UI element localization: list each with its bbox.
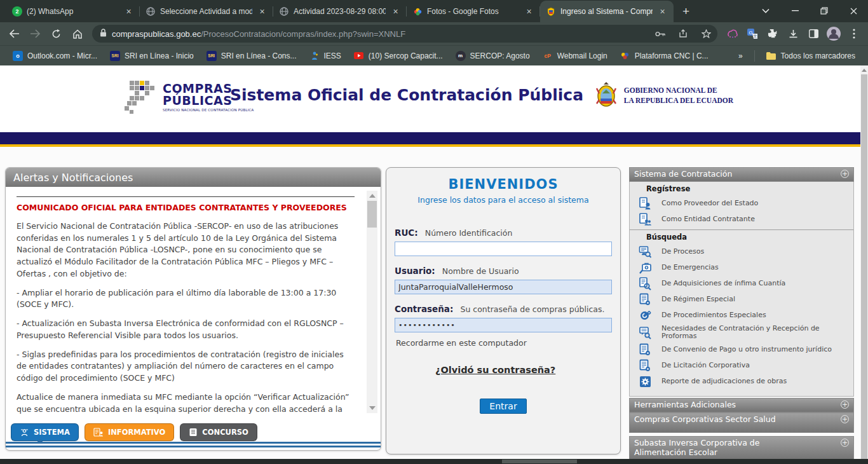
tab-informativo-button[interactable]: INFORMATIVO — [85, 423, 174, 441]
scrollbar-thumb[interactable] — [861, 74, 867, 459]
doc-search-icon — [639, 277, 652, 290]
ruc-input[interactable] — [395, 242, 612, 256]
forward-button[interactable] — [25, 24, 45, 44]
browser-menu-icon[interactable] — [844, 24, 864, 43]
login-submit-button[interactable]: Entrar — [480, 399, 526, 414]
bookmarks-overflow-button[interactable]: » — [733, 50, 748, 62]
alerts-paragraph: - Siglas predefinidas para los procedimi… — [17, 349, 355, 385]
sidebar-item-emergencias[interactable]: De Emergencias — [630, 260, 853, 276]
bookmark-webmail[interactable]: cP Webmail Login — [538, 49, 613, 63]
scrollbar-thumb[interactable] — [502, 460, 577, 463]
alerts-tab-buttons: SISTEMA INFORMATIVO CONCURSO — [11, 423, 257, 441]
alerts-scrollbar[interactable] — [367, 191, 377, 413]
pixel-arrow-logo-icon — [125, 79, 158, 115]
tab-google-fotos[interactable]: Fotos - Google Fotos × — [407, 1, 540, 22]
tab-seleccione-actividad[interactable]: Seleccione Actividad a modi × — [140, 1, 273, 22]
bookmark-sercop-agosto[interactable]: m SERCOP: Agosto — [451, 49, 535, 63]
profile-avatar[interactable] — [824, 24, 843, 43]
bookmarks-divider — [754, 50, 755, 62]
tab-search-chevron-icon[interactable] — [751, 0, 780, 22]
sidebar-item-proveedor[interactable]: Como Proveedor del Estado — [630, 196, 853, 212]
bookmark-plataforma-cnc[interactable]: Plataforma CNC | C... — [615, 49, 714, 63]
sidebar-item-label: De Régimen Especial — [661, 296, 735, 304]
window-controls — [751, 0, 868, 22]
scroll-down-icon[interactable] — [369, 406, 376, 410]
bookmark-iess[interactable]: IESS — [304, 49, 346, 63]
sidebar-item-regimen-especial[interactable]: De Régimen Especial — [630, 292, 853, 308]
extensions-puzzle-icon[interactable] — [763, 24, 782, 43]
reload-button[interactable] — [46, 24, 66, 44]
bookmark-outlook[interactable]: o Outlook.com - Micr... — [8, 49, 102, 63]
address-bar[interactable]: compraspublicas.gob.ec/ProcesoContrataci… — [92, 25, 717, 43]
tab-close-icon[interactable]: × — [257, 6, 268, 17]
padlock-icon[interactable] — [100, 28, 107, 39]
remember-me-label[interactable]: Recordarme en este computador — [395, 338, 612, 348]
url-text[interactable]: compraspublicas.gob.ec/ProcesoContrataci… — [112, 29, 646, 39]
sidebar-item-procedimientos-especiales[interactable]: De Procedimientos Especiales — [630, 308, 853, 324]
bookmark-sri-inicio[interactable]: SRI SRI en Línea - Inicio — [105, 49, 199, 63]
user-row: Usuario: Nombre de Usuario — [395, 266, 612, 294]
browser-toolbar: compraspublicas.gob.ec/ProcesoContrataci… — [0, 22, 868, 45]
expand-plus-icon[interactable]: + — [841, 170, 849, 178]
sidebar-item-reporte-obras[interactable]: Reporte de adjudicaciones de obras — [630, 374, 853, 390]
tab-close-icon[interactable]: × — [524, 6, 534, 17]
tab-actividad[interactable]: Actividad 2023-08-29 08:00 × — [273, 1, 407, 22]
bookmark-sercop-youtube[interactable]: (10) Sercop Capacit... — [349, 49, 448, 63]
url-host: compraspublicas.gob.ec — [112, 29, 201, 39]
download-icon[interactable] — [783, 24, 803, 43]
tab-title: (2) WhatsApp — [27, 7, 119, 16]
sidebar-section-title: Sistema de Contratación — [634, 169, 732, 179]
tab-close-icon[interactable]: × — [390, 6, 401, 17]
scrollbar-thumb[interactable] — [367, 201, 377, 228]
page-scrollbar-vertical[interactable] — [860, 65, 868, 459]
tab-whatsapp[interactable]: 2 (2) WhatsApp × — [6, 1, 140, 22]
sidebar-item-entidad[interactable]: Como Entidad Contratante — [630, 212, 853, 228]
whatsapp-icon: 2 — [12, 6, 22, 17]
expand-plus-icon[interactable]: + — [841, 415, 849, 423]
sidebar-item-procesos[interactable]: De Procesos — [630, 244, 853, 260]
username-input[interactable] — [395, 280, 612, 294]
scroll-up-icon[interactable] — [369, 194, 376, 198]
sidebar-header-subasta-inversa[interactable]: Subasta Inversa Corporativa de Alimentac… — [629, 436, 854, 459]
tab-ingreso-sistema-active[interactable]: Ingreso al Sistema - Compra × — [540, 1, 674, 22]
expand-plus-icon[interactable]: + — [841, 439, 849, 447]
minimize-button[interactable] — [780, 0, 810, 22]
password-input[interactable] — [395, 318, 612, 332]
new-tab-button[interactable]: + — [677, 3, 695, 20]
alerts-paragraph: Actualice de manera inmediata su MFC med… — [17, 392, 355, 417]
page-scrollbar-horizontal[interactable] — [0, 459, 868, 464]
bookmark-label: (10) Sercop Capacit... — [369, 51, 443, 60]
alerts-body: COMUNICADO OFICIAL PARA ENTIDADES CONTRA… — [6, 188, 380, 417]
sidebar-item-label: De Licitación Corporativa — [661, 362, 750, 370]
share-icon[interactable] — [674, 25, 692, 43]
home-button[interactable] — [67, 24, 87, 44]
back-button[interactable] — [4, 24, 24, 44]
side-panel-icon[interactable] — [804, 24, 823, 43]
tab-close-icon[interactable]: × — [123, 6, 134, 17]
tab-close-icon[interactable]: × — [657, 6, 668, 17]
bookmark-star-icon[interactable] — [697, 25, 715, 43]
sidebar-item-convenio-pago[interactable]: De Convenio de Pago u otro instrumento j… — [630, 342, 853, 358]
bookmark-sri-consultas[interactable]: SRI SRI en Línea - Cons... — [201, 49, 302, 63]
close-window-button[interactable] — [839, 0, 868, 22]
sidebar-header-compras-corporativas[interactable]: Compras Corporativas Sector Salud + — [629, 413, 854, 433]
password-key-icon[interactable] — [651, 25, 669, 43]
tab-sistema-button[interactable]: SISTEMA — [11, 423, 79, 441]
tab-title: Fotos - Google Fotos — [427, 7, 519, 16]
sidebar-item-licitacion-corporativa[interactable]: De Licitación Corporativa — [630, 358, 853, 374]
ruc-row: RUC: Número Identificación — [395, 228, 612, 256]
sidebar-item-infima-cuantia[interactable]: De Adquisiciones de ínfima Cuantía — [630, 276, 853, 292]
restore-button[interactable] — [810, 0, 839, 22]
translate-extension-icon[interactable]: G文 — [743, 24, 762, 43]
sidebar-header-herramientas[interactable]: Herramientas Adicionales + — [629, 398, 854, 413]
sidebar-section-title: Herramientas Adicionales — [634, 400, 736, 410]
group-registrese: Regístrese — [630, 182, 853, 196]
tab-concurso-button[interactable]: CONCURSO — [180, 423, 257, 441]
all-bookmarks-button[interactable]: Todos los marcadores — [761, 49, 860, 63]
scroll-up-icon[interactable] — [862, 69, 867, 72]
sidebar-header-sistema-contratacion[interactable]: Sistema de Contratación + — [629, 167, 854, 182]
sidebar-item-necesidades[interactable]: Necesidades de Contratación y Recepción … — [630, 324, 853, 342]
forgot-password-link[interactable]: ¿Olvidó su contraseña? — [435, 365, 555, 375]
extension-pink-icon[interactable] — [722, 24, 742, 43]
expand-plus-icon[interactable]: + — [841, 400, 849, 409]
